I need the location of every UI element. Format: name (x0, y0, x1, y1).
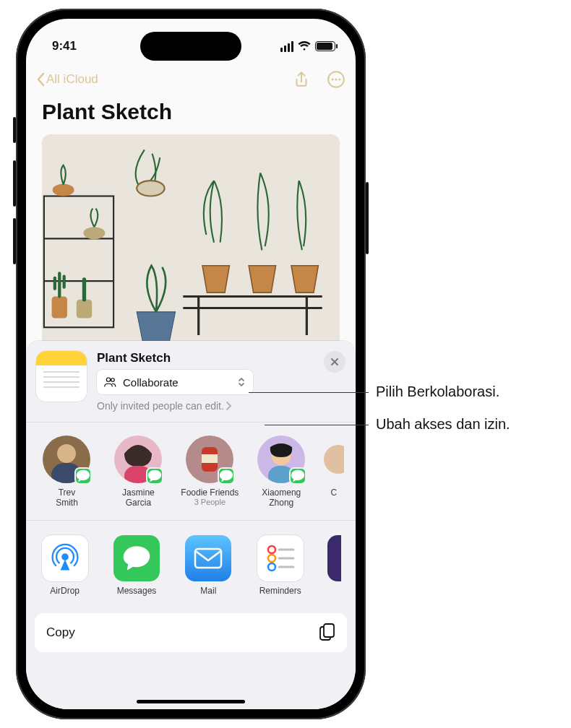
volume-down-button (13, 218, 16, 264)
svg-point-32 (324, 445, 344, 474)
messages-badge-icon (289, 467, 306, 485)
phone-frame: 9:41 All iCloud Plant Sketch (16, 9, 366, 719)
svg-rect-27 (202, 454, 218, 463)
contact-name: Foodie Friends (181, 488, 239, 498)
volume-up-button (13, 160, 16, 207)
people-icon (104, 377, 117, 387)
svg-rect-34 (195, 549, 221, 568)
close-button[interactable] (324, 351, 345, 373)
svg-point-33 (62, 554, 67, 559)
svg-point-18 (57, 444, 76, 463)
callout-permissions: Ubah akses dan izin. (376, 416, 510, 433)
permissions-row[interactable]: Only invited people can edit. (97, 400, 345, 412)
reminders-icon (265, 542, 296, 574)
share-sheet: Plant Sketch Collaborate Only invited pe… (26, 341, 356, 709)
contact-item[interactable]: Jasmine Garcia (109, 436, 168, 508)
contact-item[interactable]: Xiaomeng Zhong (252, 436, 311, 508)
contact-item[interactable]: Trev Smith (38, 436, 96, 508)
contact-sub: 3 People (181, 498, 239, 507)
side-button (13, 117, 16, 143)
mail-icon (194, 547, 223, 569)
callout-line (249, 392, 369, 393)
collaborate-selector[interactable]: Collaborate (97, 370, 253, 394)
contact-name: Trev (38, 488, 96, 498)
app-messages[interactable]: Messages (112, 535, 160, 596)
app-label: Messages (112, 586, 160, 596)
contact-name: C (324, 488, 344, 498)
contact-name: Jasmine (109, 488, 168, 498)
suggested-contacts: Trev Smith Jasmine Garcia (26, 422, 356, 517)
share-apps: AirDrop Messages Mail (26, 521, 356, 607)
app-airdrop[interactable]: AirDrop (40, 535, 89, 596)
app-reminders[interactable]: Reminders (256, 535, 304, 596)
callout-line (265, 425, 369, 425)
screen: 9:41 All iCloud Plant Sketch (26, 19, 356, 709)
contact-name: Zhong (252, 498, 311, 508)
app-mail[interactable]: Mail (184, 535, 233, 596)
wifi-icon (298, 41, 311, 51)
contact-item[interactable]: C (324, 436, 344, 508)
battery-icon (315, 41, 335, 51)
svg-rect-42 (324, 624, 334, 637)
sheet-title: Plant Sketch (97, 351, 345, 365)
messages-badge-icon (146, 467, 163, 485)
cellular-icon (280, 41, 293, 52)
svg-point-37 (268, 555, 275, 562)
permissions-label: Only invited people can edit. (97, 400, 224, 412)
contact-name: Garcia (109, 498, 168, 508)
messages-icon (122, 545, 151, 572)
app-label: AirDrop (40, 586, 89, 596)
dynamic-island (140, 32, 241, 61)
airdrop-icon (49, 542, 81, 574)
updown-chevron-icon (237, 376, 246, 388)
messages-badge-icon (218, 467, 235, 485)
chevron-right-icon (226, 402, 231, 410)
messages-badge-icon (74, 467, 92, 485)
contact-name: Xiaomeng (252, 488, 311, 498)
contact-item[interactable]: Foodie Friends 3 People (181, 436, 239, 508)
close-icon (330, 358, 339, 366)
collaborate-label: Collaborate (123, 376, 179, 389)
copy-icon (319, 623, 335, 642)
app-label: Reminders (256, 586, 304, 596)
home-indicator[interactable] (137, 700, 245, 703)
svg-point-35 (268, 546, 275, 553)
status-time: 9:41 (52, 39, 77, 53)
power-button (366, 182, 369, 254)
contact-name: Smith (38, 498, 96, 508)
notes-app-icon (36, 351, 87, 402)
callout-collaborate: Pilih Berkolaborasi. (376, 384, 499, 400)
app-partial[interactable] (327, 535, 341, 596)
svg-point-39 (268, 563, 275, 571)
app-label: Mail (184, 586, 233, 596)
copy-action[interactable]: Copy (35, 613, 347, 652)
copy-label: Copy (46, 625, 75, 640)
